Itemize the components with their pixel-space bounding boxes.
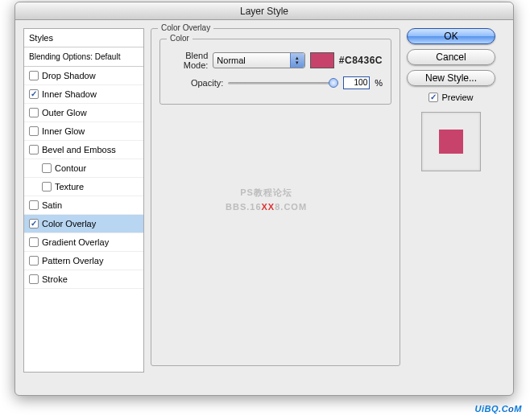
opacity-slider[interactable] (228, 77, 338, 89)
color-swatch[interactable] (310, 52, 334, 68)
style-item-label: Outer Glow (42, 108, 87, 117)
hex-readout: #C8436C (339, 55, 383, 66)
style-item-gradient-overlay[interactable]: Gradient Overlay (24, 233, 143, 252)
style-checkbox[interactable] (29, 71, 39, 80)
cancel-button[interactable]: Cancel (407, 49, 495, 65)
style-item-label: Contour (55, 163, 86, 173)
style-checkbox[interactable] (29, 256, 39, 266)
settings-panel: Color Overlay Color Blend Mode: Normal #… (151, 28, 400, 373)
blend-mode-label: Blend Mode: (168, 51, 208, 70)
slider-thumb[interactable] (329, 78, 338, 88)
blend-mode-select[interactable]: Normal (213, 52, 304, 68)
style-checkbox[interactable] (29, 200, 39, 210)
dialog-title: Layer Style (15, 2, 513, 20)
style-item-label: Drop Shadow (42, 71, 96, 80)
style-item-label: Bevel and Emboss (42, 145, 116, 154)
preview-checkbox[interactable] (429, 93, 438, 102)
style-item-label: Inner Glow (42, 126, 85, 136)
style-checkbox[interactable] (29, 145, 39, 154)
style-item-drop-shadow[interactable]: Drop Shadow (24, 67, 143, 85)
style-item-inner-shadow[interactable]: Inner Shadow (24, 85, 143, 104)
style-item-label: Pattern Overlay (42, 256, 103, 266)
color-overlay-legend: Color Overlay (158, 23, 213, 32)
new-style-button[interactable]: New Style... (407, 70, 495, 86)
brand-logo: UiBQ.CoM (475, 396, 522, 417)
style-item-label: Inner Shadow (42, 89, 97, 99)
style-item-texture[interactable]: Texture (24, 178, 143, 196)
style-item-pattern-overlay[interactable]: Pattern Overlay (24, 252, 143, 270)
layer-style-dialog: Layer Style Styles Blending Options: Def… (14, 2, 514, 396)
ok-button[interactable]: OK (407, 28, 495, 44)
blend-mode-value: Normal (217, 56, 245, 65)
style-item-label: Texture (55, 182, 84, 191)
styles-header[interactable]: Styles (24, 29, 143, 47)
preview-swatch (439, 130, 463, 154)
styles-list-panel: Styles Blending Options: Default Drop Sh… (23, 28, 144, 373)
color-group-legend: Color (167, 34, 193, 43)
slider-track (228, 82, 338, 84)
style-checkbox[interactable] (29, 237, 39, 247)
style-item-label: Color Overlay (42, 219, 96, 229)
style-checkbox[interactable] (42, 182, 52, 191)
style-item-label: Gradient Overlay (42, 237, 109, 247)
opacity-unit: % (375, 78, 383, 88)
style-item-satin[interactable]: Satin (24, 196, 143, 215)
style-item-contour[interactable]: Contour (24, 159, 143, 178)
opacity-input[interactable]: 100 (343, 76, 370, 89)
updown-arrows-icon (290, 53, 304, 68)
style-item-bevel-and-emboss[interactable]: Bevel and Emboss (24, 141, 143, 159)
style-item-color-overlay[interactable]: Color Overlay (24, 215, 143, 233)
opacity-label: Opacity: (168, 78, 223, 88)
style-checkbox[interactable] (29, 108, 39, 117)
blending-options[interactable]: Blending Options: Default (24, 47, 143, 67)
style-checkbox[interactable] (42, 163, 52, 173)
style-item-inner-glow[interactable]: Inner Glow (24, 122, 143, 141)
style-item-outer-glow[interactable]: Outer Glow (24, 104, 143, 122)
style-checkbox[interactable] (29, 274, 39, 284)
style-checkbox[interactable] (29, 219, 39, 229)
style-item-stroke[interactable]: Stroke (24, 270, 143, 289)
preview-box (421, 112, 481, 171)
style-checkbox[interactable] (29, 126, 39, 136)
style-item-label: Stroke (42, 274, 68, 284)
style-item-label: Satin (42, 200, 62, 210)
style-checkbox[interactable] (29, 89, 39, 99)
right-button-column: OK Cancel New Style... Preview (407, 28, 495, 373)
preview-label: Preview (441, 93, 473, 102)
